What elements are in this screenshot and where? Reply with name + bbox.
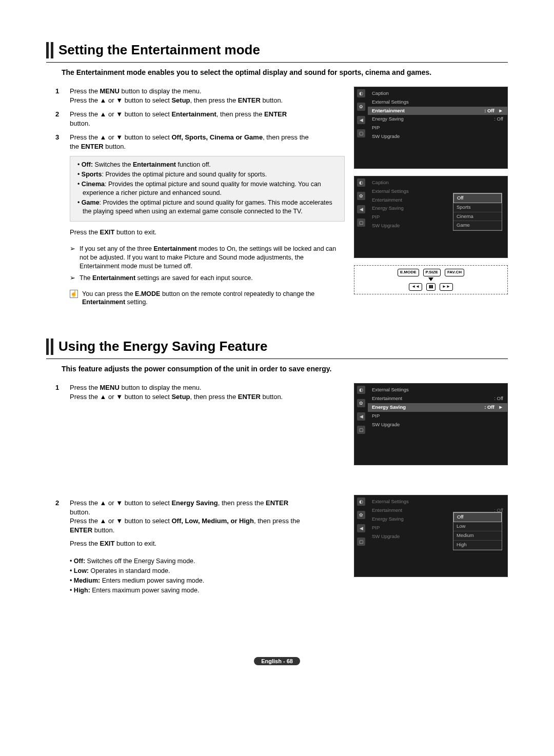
- osd-row-entertainment-selected: Entertainment: Off ►: [368, 107, 507, 115]
- osd-side-icons: ◐✿◀▢: [354, 384, 368, 465]
- osd-label: Entertainment: [372, 395, 402, 402]
- osd-setup-energy-dropdown: ◐✿◀▢ External Settings Entertainment: Of…: [354, 495, 508, 577]
- entertainment-label: Entertainment: [82, 299, 125, 306]
- step-text: , then press the: [263, 133, 309, 141]
- section-heading-row: Setting the Entertainment mode: [46, 41, 508, 59]
- enter-label: ENTER: [264, 110, 287, 118]
- step-text: , then press the: [218, 499, 266, 507]
- section-heading-row: Using the Energy Saving Feature: [46, 337, 508, 355]
- icon: ◐: [357, 89, 365, 97]
- step-number: 1: [55, 383, 63, 493]
- bullet-medium: • Medium: Enters medium power saving mod…: [70, 576, 338, 585]
- osd-option-low: Low: [453, 522, 502, 531]
- osd-value: : Off: [484, 108, 494, 113]
- left-column: 1 Press the MENU button to display the m…: [46, 383, 345, 605]
- step-text: button to display the menu.: [120, 384, 202, 391]
- locked-note: ➢ If you set any of the three Entertainm…: [46, 245, 345, 271]
- osd-label: SW Upgrade: [372, 223, 400, 229]
- osd-row-energy-selected: Energy Saving: Off ►: [368, 403, 507, 412]
- osd-setup-entertainment: ◐✿◀▢ Caption External Settings Entertain…: [354, 87, 508, 169]
- step-text: Press the ▲ or ▼ button to select: [70, 110, 171, 118]
- osd-label: SW Upgrade: [372, 533, 400, 540]
- gear-icon: ✿: [357, 103, 365, 111]
- gear-icon: ✿: [357, 192, 365, 200]
- bullet-game: • Game: Provides the optimal picture and…: [77, 198, 337, 216]
- osd-side-icons: ◐✿◀▢: [354, 87, 368, 168]
- step-2: 2 Press the ▲ or ▼ button to select Ener…: [55, 499, 345, 548]
- osd-dropdown-entertainment: Off Sports Cinema Game: [453, 193, 502, 231]
- step-text: , then press the: [254, 517, 300, 525]
- osd-row-pip: PIP: [368, 412, 507, 421]
- osd-label: PIP: [372, 413, 380, 420]
- options-list: Off, Low, Medium, or High: [171, 517, 254, 525]
- hand-icon: ☝: [70, 290, 78, 298]
- remote-rewind-button: ◄◄: [409, 283, 422, 291]
- step-2: 2 Press the ▲ or ▼ button to select Ente…: [55, 110, 345, 128]
- osd-option-off: Off: [453, 512, 502, 522]
- osd-label: SW Upgrade: [372, 422, 400, 428]
- step-text: Press the ▲ or ▼ button to select: [70, 393, 171, 401]
- bullet-note-box: • Off: Switches the Entertainment functi…: [70, 156, 345, 221]
- icon: ◐: [357, 386, 365, 394]
- step-text: , then press the: [190, 393, 238, 401]
- step-text: Press the ▲ or ▼ button to select: [70, 517, 171, 525]
- gear-icon: ✿: [357, 511, 365, 519]
- remote-pause-button: ▮▮: [426, 283, 436, 291]
- bullet-cinema: • Cinema: Provides the optimal picture a…: [77, 180, 337, 197]
- enter-label: ENTER: [81, 143, 104, 150]
- osd-label: PIP: [372, 525, 380, 531]
- page-footer: English - 68: [46, 656, 508, 666]
- tip-text: button on the remote control repeatedly …: [160, 290, 314, 297]
- gear-icon: ✿: [357, 399, 365, 407]
- osd-row-ext: External Settings: [368, 498, 507, 506]
- osd-row-caption: Caption: [368, 178, 507, 187]
- osd-setup-energy: ◐✿◀▢ External Settings Entertainment: Of…: [354, 383, 508, 465]
- osd-value: : Off: [494, 116, 503, 123]
- step-text: , then press the: [190, 96, 238, 104]
- icon: ◀: [357, 116, 365, 124]
- section-title: Setting the Entertainment mode: [58, 41, 260, 59]
- step-text: button.: [70, 120, 90, 127]
- bullet-note-box: • Off: Switches off the Energy Saving mo…: [70, 553, 345, 600]
- osd-label: Energy Saving: [372, 516, 404, 523]
- step-number: 3: [55, 133, 63, 151]
- section-intro: This feature adjusts the power consumpti…: [46, 364, 508, 374]
- step-text: button.: [92, 526, 114, 534]
- osd-label: Energy Saving: [372, 116, 404, 123]
- enter-label: ENTER: [238, 96, 261, 104]
- osd-row-pip: PIP: [368, 124, 507, 132]
- section-intro: The Entertainment mode enables you to se…: [46, 68, 508, 77]
- step-text: Press the: [70, 384, 100, 391]
- osd-side-icons: ◐✿◀▢: [354, 176, 368, 257]
- osd-row-energy: Energy Saving: Off: [368, 115, 507, 124]
- note-text: The: [80, 274, 92, 282]
- heading-bars-icon: [46, 339, 55, 355]
- emode-label: E.MODE: [135, 290, 160, 297]
- entertainment-label: Entertainment: [171, 110, 216, 118]
- osd-row-sw: SW Upgrade: [368, 132, 507, 141]
- osd-label: SW Upgrade: [372, 133, 400, 140]
- section-energy-saving: Using the Energy Saving Feature This fea…: [46, 337, 508, 605]
- remote-favch-button: FAV.CH: [445, 269, 464, 276]
- icon: ◀: [357, 524, 365, 532]
- step-1: 1 Press the MENU button to display the m…: [55, 87, 345, 105]
- osd-label: Caption: [372, 180, 389, 186]
- step-text: button.: [261, 96, 283, 104]
- osd-label: External Settings: [372, 188, 409, 195]
- exit-text: Press the EXIT button to exit.: [70, 539, 345, 548]
- osd-dropdown-energy: Off Low Medium High: [453, 512, 502, 550]
- enter-label: ENTER: [266, 499, 288, 507]
- osd-label: Energy Saving: [372, 404, 406, 411]
- arrow-icon: ➢: [70, 245, 75, 271]
- icon: ▢: [357, 218, 365, 227]
- step-text: Press the ▲ or ▼ button to select: [70, 96, 171, 104]
- bullet-off: • Off: Switches the Entertainment functi…: [77, 161, 337, 169]
- icon: ▢: [357, 426, 365, 434]
- enter-label: ENTER: [70, 526, 92, 534]
- osd-side-icons: ◐✿◀▢: [354, 495, 368, 576]
- osd-option-sports: Sports: [453, 203, 502, 212]
- bullet-sports: • Sports: Provides the optimal picture a…: [77, 170, 337, 179]
- entertainment-label: Entertainment: [154, 245, 197, 252]
- osd-label: External Settings: [372, 387, 409, 393]
- setup-label: Setup: [171, 393, 190, 401]
